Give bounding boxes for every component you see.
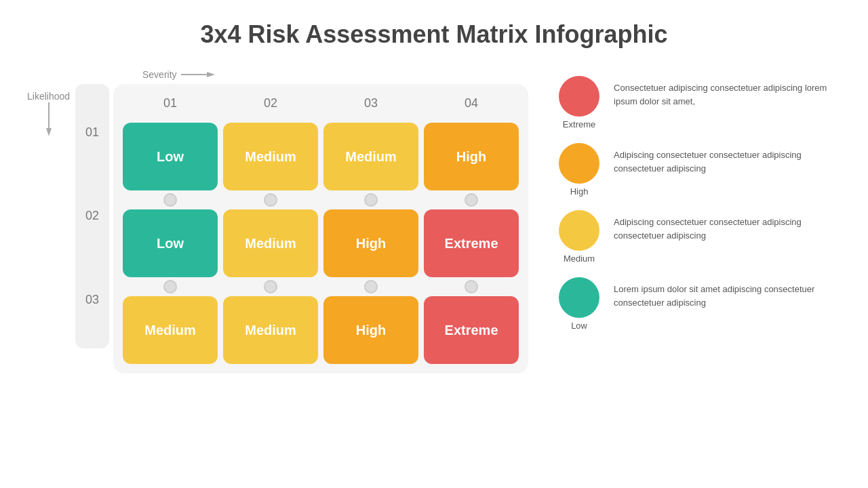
dot-2-4 <box>424 280 519 293</box>
severity-label-area: Severity <box>142 69 215 80</box>
cell-2-4: Extreme <box>424 209 519 277</box>
severity-label: Severity <box>142 69 177 80</box>
dot-2-2 <box>223 280 318 293</box>
likelihood-label: Likelihood <box>27 91 70 102</box>
legend-label-extreme: Extreme <box>563 119 595 129</box>
cell-1-3: Medium <box>323 123 418 190</box>
legend-label-high: High <box>570 186 589 197</box>
svg-marker-3 <box>46 128 52 136</box>
row-num-1: 01 <box>85 125 99 140</box>
legend-text-low: Lorem ipsum dolor sit amet adipiscing co… <box>614 277 841 309</box>
dot-1-1 <box>123 193 218 207</box>
legend-item-medium: Medium Adipiscing consectetuer consectet… <box>555 210 841 264</box>
legend-circle-medium <box>559 210 599 251</box>
legend-text-medium: Adipiscing consectetuer consectetuer adi… <box>614 210 841 242</box>
likelihood-area: Likelihood <box>27 91 70 133</box>
legend-label-medium: Medium <box>564 253 595 264</box>
legend-circle-extreme-container: Extreme <box>555 76 603 129</box>
legend-item-low: Low Lorem ipsum dolor sit amet adipiscin… <box>555 277 841 331</box>
legend-circle-low-container: Low <box>555 277 603 331</box>
legend-circle-extreme <box>559 76 599 117</box>
dot-1-2 <box>223 193 318 207</box>
col-header-2: 02 <box>223 91 318 116</box>
row-numbers: 01 02 03 <box>75 84 109 348</box>
cell-3-3: High <box>323 296 418 364</box>
page-title: 3x4 Risk Assessment Matrix Infographic <box>201 20 668 49</box>
legend-circle-high <box>559 143 599 184</box>
legend-label-low: Low <box>571 321 587 331</box>
grid-rows: Low Medium Medium High <box>120 120 521 367</box>
likelihood-arrow <box>44 106 54 133</box>
cell-1-1: Low <box>123 123 218 190</box>
main-content: Severity Likelihood <box>27 69 841 373</box>
col-header-1: 01 <box>123 91 218 116</box>
legend-text-high: Adipiscing consectetuer consectetuer adi… <box>614 143 841 175</box>
dot-1-3 <box>323 193 418 207</box>
legend: Extreme Consectetuer adipiscing consecte… <box>555 76 841 331</box>
legend-text-extreme: Consectetuer adipiscing consectetuer adi… <box>614 76 841 108</box>
matrix-grid: 01 02 03 04 Low Medium Medium High <box>113 84 528 373</box>
col-header-3: 03 <box>323 91 418 116</box>
cell-3-4: Extreme <box>424 296 519 364</box>
legend-item-high: High Adipiscing consectetuer consectetue… <box>555 143 841 197</box>
row-num-3: 03 <box>85 293 99 307</box>
cell-3-2: Medium <box>223 296 318 364</box>
dot-1-4 <box>424 193 519 207</box>
grid-row-2: Low Medium High Extreme <box>120 207 521 280</box>
svg-marker-1 <box>207 72 215 77</box>
grid-row-1: Low Medium Medium High <box>120 120 521 193</box>
grid-row-3: Medium Medium High Extreme <box>120 293 521 367</box>
cell-1-2: Medium <box>223 123 318 190</box>
matrix-container: Severity Likelihood <box>27 69 528 373</box>
cell-3-1: Medium <box>123 296 218 364</box>
page: 3x4 Risk Assessment Matrix Infographic S… <box>0 0 868 488</box>
cell-1-4: High <box>424 123 519 190</box>
severity-arrow <box>181 70 215 79</box>
col-header-4: 04 <box>424 91 519 116</box>
dot-2-1 <box>123 280 218 293</box>
matrix-main: Likelihood 01 02 03 <box>27 84 528 373</box>
legend-circle-low <box>559 277 599 318</box>
cell-2-2: Medium <box>223 209 318 277</box>
col-headers: 01 02 03 04 <box>120 91 521 116</box>
connector-row-2 <box>120 280 521 293</box>
legend-circle-medium-container: Medium <box>555 210 603 264</box>
legend-circle-high-container: High <box>555 143 603 197</box>
connector-row-1 <box>120 193 521 207</box>
row-num-2: 02 <box>85 209 99 223</box>
dot-2-3 <box>323 280 418 293</box>
cell-2-3: High <box>323 209 418 277</box>
legend-item-extreme: Extreme Consectetuer adipiscing consecte… <box>555 76 841 129</box>
cell-2-1: Low <box>123 209 218 277</box>
